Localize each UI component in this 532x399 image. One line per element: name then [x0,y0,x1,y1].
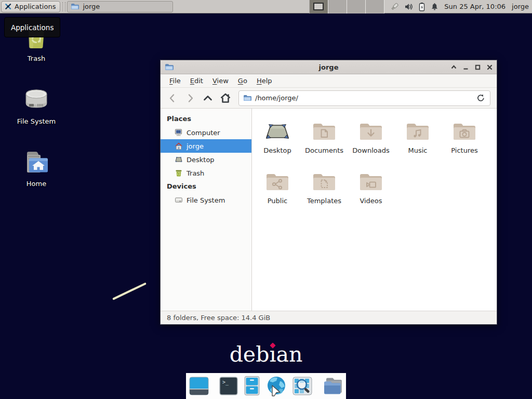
sidebar-header-places: Places [161,112,251,126]
statusbar: 8 folders, Free space: 14.4 GiB [161,311,497,324]
hard-drive-icon [22,85,51,114]
taskbar-window-button[interactable]: jorge [67,1,173,12]
file-label: Templates [307,197,341,205]
desktop-icon-filesystem[interactable]: File System [10,85,62,125]
file-item-downloads[interactable]: Downloads [348,117,394,167]
path-folder-icon [243,95,251,101]
home-folder-icon [22,149,51,176]
application-finder-icon[interactable] [292,376,313,396]
svg-text:>_: >_ [222,379,229,385]
downloads-folder-icon [358,121,383,142]
file-manager-icon[interactable] [322,376,344,396]
desktop-icon-label: Home [26,180,46,188]
sidebar-item-desktop[interactable]: Desktop [161,153,251,166]
maximize-button[interactable] [475,64,481,70]
sidebar-item-filesystem[interactable]: File System [161,193,251,207]
folder-icon [71,3,79,10]
home-icon [175,142,183,150]
stray-cursor-line [112,283,147,300]
menubar: File Edit View Go Help [161,74,497,88]
web-browser-icon[interactable] [265,375,287,397]
desktop-mini-icon [175,155,183,164]
drive-mini-icon [175,196,183,204]
file-item-public[interactable]: Public [254,167,301,218]
file-label: Music [408,147,428,154]
menu-view[interactable]: View [208,75,233,87]
file-label: Public [268,197,287,205]
home-button[interactable] [218,91,233,105]
file-pane: Desktop Documents [252,109,497,311]
forward-button[interactable] [182,91,198,105]
applications-tooltip: Applications [4,17,60,37]
workspace-window-outline [313,3,324,10]
sidebar-item-label: jorge [187,142,204,150]
back-button[interactable] [165,91,180,105]
workspace-3[interactable] [347,0,366,14]
sidebar-item-computer[interactable]: Computer [161,126,251,139]
window-titlebar[interactable]: jorge [161,60,497,74]
applications-menu-button[interactable]: Applications [1,1,60,12]
desktop-icon-home[interactable]: Home [10,149,62,188]
battery-charging-icon[interactable] [418,2,425,11]
menu-help[interactable]: Help [252,75,277,87]
file-label: Documents [305,147,343,154]
music-folder-icon [405,121,430,142]
toolbar: /home/jorge/ [161,88,497,109]
workspace-1[interactable] [310,0,328,14]
sidebar-item-label: Desktop [187,156,215,164]
panel-username[interactable]: jorge [512,3,529,10]
public-folder-icon [265,171,290,192]
file-item-music[interactable]: Music [394,117,441,167]
minimize-button[interactable] [463,64,469,70]
file-cabinet-icon[interactable] [243,376,261,396]
file-label: Videos [360,197,382,205]
path-input[interactable]: /home/jorge/ [255,94,470,102]
taskbar-window-label: jorge [83,3,100,10]
reload-button[interactable] [473,91,488,105]
applications-menu-label: Applications [15,3,56,10]
file-item-pictures[interactable]: Pictures [441,117,488,167]
pathbar[interactable]: /home/jorge/ [238,90,490,106]
pictures-folder-icon [452,121,477,142]
terminal-icon[interactable]: >_ [219,376,238,396]
notifications-bell-icon[interactable] [430,2,439,11]
menu-edit[interactable]: Edit [185,75,208,87]
trash-mini-icon [175,169,183,177]
workspace-4[interactable] [366,0,384,14]
desktop-icon-label: Trash [28,55,45,62]
file-label: Downloads [352,147,389,154]
sidebar-item-label: Trash [187,169,204,177]
file-item-videos[interactable]: Videos [348,167,394,218]
workspace-2[interactable] [328,0,347,14]
sidebar-item-jorge[interactable]: jorge [161,139,251,153]
menu-file[interactable]: File [165,75,185,87]
sidebar-header-devices: Devices [161,180,251,193]
computer-icon [175,128,183,137]
file-item-documents[interactable]: Documents [301,117,348,167]
window-title: jorge [161,63,497,71]
workspace-switcher [309,0,384,14]
system-tray [390,2,439,11]
menu-go[interactable]: Go [233,75,252,87]
volume-icon[interactable] [404,2,414,11]
window-controls [451,64,493,70]
file-item-desktop[interactable]: Desktop [254,117,301,167]
desktop-root: Applications jorge [0,0,532,399]
shade-button[interactable] [451,64,457,70]
file-label: Pictures [451,147,477,154]
up-button[interactable] [200,91,216,105]
sidebar-item-label: Computer [187,129,220,137]
close-button[interactable] [487,64,493,70]
show-desktop-icon[interactable] [189,376,209,396]
file-item-templates[interactable]: Templates [301,167,348,218]
applications-menu-icon [4,2,12,11]
panel-handle[interactable] [62,2,65,11]
sidebar: Places Computer [161,109,252,311]
stylus-tool-icon[interactable] [390,2,400,11]
sidebar-item-label: File System [187,196,225,204]
debian-logo: debıan [0,342,532,367]
documents-folder-icon [312,121,337,142]
sidebar-item-trash[interactable]: Trash [161,166,251,180]
statusbar-text: 8 folders, Free space: 14.4 GiB [167,314,270,322]
panel-clock[interactable]: Sun 25 Apr, 10:06 [444,3,506,10]
